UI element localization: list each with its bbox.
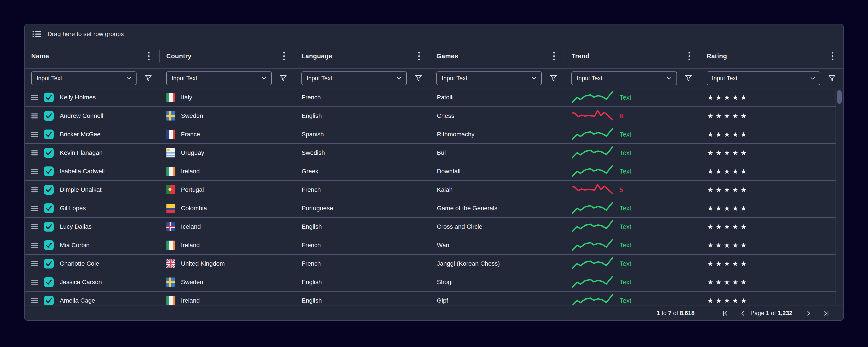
check-icon	[44, 203, 54, 213]
row-checkbox[interactable]	[44, 240, 54, 250]
column-menu-icon[interactable]	[418, 52, 420, 61]
drag-handle-icon[interactable]	[31, 206, 38, 211]
drag-handle-icon[interactable]	[31, 169, 38, 174]
drag-handle[interactable]	[31, 280, 38, 285]
column-menu[interactable]	[148, 52, 150, 61]
row-checkbox[interactable]	[44, 129, 54, 139]
country-filter-input[interactable]: Input Text	[166, 71, 272, 85]
column-header-games[interactable]: Games	[430, 44, 565, 68]
filter-button[interactable]	[820, 75, 843, 82]
drag-handle[interactable]	[31, 187, 38, 192]
game-text: Janggi (Korean Chess)	[437, 260, 500, 267]
vertical-scrollbar[interactable]	[835, 88, 843, 305]
column-header-language[interactable]: Language	[295, 44, 430, 68]
trend-cell: Text	[565, 125, 701, 144]
column-menu[interactable]	[553, 52, 555, 61]
table-row[interactable]: Dimple UnalkatPortugalFrenchKalah5★★★★★	[25, 181, 836, 199]
drag-handle[interactable]	[31, 243, 38, 248]
trend-sparkline	[572, 220, 614, 233]
name-filter-input[interactable]: Input Text	[31, 71, 136, 85]
drag-handle[interactable]	[31, 113, 38, 119]
table-row[interactable]: Andrew ConnellSwedenEnglishChess6★★★★★	[25, 107, 836, 125]
first-page-button[interactable]	[721, 310, 730, 316]
filter-icon[interactable]	[279, 75, 287, 82]
row-checkbox[interactable]	[44, 222, 54, 231]
column-menu[interactable]	[688, 52, 690, 61]
drag-handle-icon[interactable]	[31, 261, 38, 266]
row-checkbox[interactable]	[44, 296, 54, 305]
table-row[interactable]: Kelly HolmesItalyFrenchPatolliText★★★★★	[25, 88, 836, 107]
table-row[interactable]: Lucy DallasIcelandEnglishCross and Circl…	[25, 218, 836, 236]
drag-handle[interactable]	[31, 150, 38, 155]
table-row[interactable]: Isabella CadwellIrelandGreekDownfallText…	[25, 162, 836, 181]
row-checkbox[interactable]	[44, 259, 54, 269]
drag-handle[interactable]	[31, 169, 38, 174]
filter-button[interactable]	[407, 75, 430, 82]
previous-page-button[interactable]	[739, 310, 747, 316]
row-checkbox[interactable]	[44, 148, 54, 158]
column-header-rating[interactable]: Rating	[700, 44, 843, 68]
drag-handle-icon[interactable]	[31, 187, 38, 192]
column-menu[interactable]	[418, 52, 420, 61]
row-groups-drop-zone[interactable]: Drag here to set row groups	[25, 24, 843, 44]
filter-button[interactable]	[677, 75, 700, 82]
row-checkbox[interactable]	[44, 277, 54, 287]
table-row[interactable]: Jessica CarsonSwedenEnglishShogiText★★★★…	[25, 273, 836, 292]
game-cell: Game of the Generals	[430, 199, 565, 217]
column-menu-icon[interactable]	[148, 52, 150, 61]
filter-icon[interactable]	[550, 75, 557, 82]
column-menu[interactable]	[832, 52, 834, 61]
next-page-button[interactable]	[804, 310, 813, 316]
drag-handle-icon[interactable]	[31, 298, 38, 303]
table-row[interactable]: Bricker McGeeFranceSpanishRithmomachyTex…	[25, 125, 836, 144]
drag-handle-icon[interactable]	[31, 132, 38, 137]
column-menu-icon[interactable]	[553, 52, 555, 61]
column-header-country[interactable]: Country	[160, 44, 294, 68]
table-row[interactable]: Amelia CageIrelandEnglishGipfText★★★★★	[25, 292, 836, 305]
row-checkbox[interactable]	[44, 111, 54, 121]
row-checkbox[interactable]	[44, 93, 54, 102]
filter-icon[interactable]	[685, 75, 692, 82]
filter-button[interactable]	[272, 75, 295, 82]
rating-filter-input[interactable]: Input Text	[707, 71, 820, 85]
drag-handle-icon[interactable]	[31, 113, 38, 119]
drag-handle[interactable]	[31, 95, 38, 100]
language-filter-input[interactable]: Input Text	[302, 71, 407, 85]
scrollbar-thumb[interactable]	[837, 90, 842, 104]
drag-handle[interactable]	[31, 206, 38, 211]
games-filter-input[interactable]: Input Text	[436, 71, 542, 85]
filter-button[interactable]	[542, 75, 565, 82]
drag-handle[interactable]	[31, 298, 38, 303]
filter-icon[interactable]	[145, 75, 152, 82]
drag-handle-icon[interactable]	[31, 224, 38, 229]
drag-handle-icon[interactable]	[31, 150, 38, 155]
row-checkbox[interactable]	[44, 185, 54, 195]
filter-button[interactable]	[136, 75, 160, 82]
trend-value: Text	[620, 279, 631, 286]
column-header-trend[interactable]: Trend	[565, 44, 700, 68]
filter-cell-name: Input Text	[25, 71, 160, 85]
drag-handle[interactable]	[31, 224, 38, 229]
table-row[interactable]: Mia CorbinIrelandFrenchWariText★★★★★	[25, 236, 836, 255]
drag-handle-icon[interactable]	[31, 280, 38, 285]
trend-filter-input[interactable]: Input Text	[571, 71, 677, 85]
drag-handle[interactable]	[31, 261, 38, 266]
column-menu-icon[interactable]	[688, 52, 690, 61]
filter-icon[interactable]	[828, 75, 836, 82]
filter-icon[interactable]	[415, 75, 422, 82]
name-text: Kevin Flanagan	[60, 149, 103, 156]
table-row[interactable]: Gil LopesColombiaPortugueseGame of the G…	[25, 199, 836, 218]
trend-value: Text	[620, 260, 631, 267]
row-checkbox[interactable]	[44, 203, 54, 213]
column-menu-icon[interactable]	[283, 52, 285, 61]
column-header-name[interactable]: Name	[25, 44, 160, 68]
drag-handle[interactable]	[31, 132, 38, 137]
last-page-button[interactable]	[822, 310, 831, 316]
column-menu[interactable]	[283, 52, 285, 61]
column-menu-icon[interactable]	[832, 52, 834, 61]
table-row[interactable]: Charlotte ColeUnited KingdomFrenchJanggi…	[25, 255, 836, 273]
table-row[interactable]: Kevin FlanaganUruguaySwedishBulText★★★★★	[25, 144, 836, 162]
row-checkbox[interactable]	[44, 166, 54, 176]
drag-handle-icon[interactable]	[31, 95, 38, 100]
drag-handle-icon[interactable]	[31, 243, 38, 248]
